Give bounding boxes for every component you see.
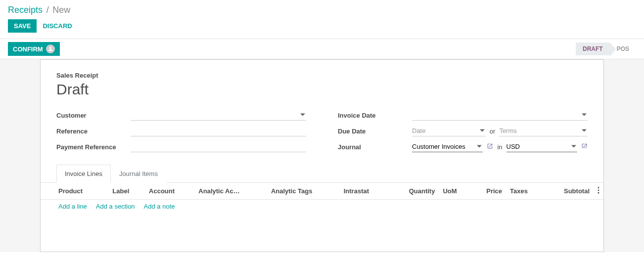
th-subtotal: Subtotal [544, 183, 594, 200]
reference-label: Reference [56, 128, 131, 135]
customer-label: Customer [56, 112, 131, 119]
add-note-link[interactable]: Add a note [144, 203, 175, 210]
due-date-input[interactable] [412, 126, 486, 136]
action-bar: Save Discard [0, 17, 644, 39]
status-step-posted[interactable]: Pos [610, 43, 636, 55]
sheet-title-label: Sales Receipt [56, 72, 588, 79]
th-quantity: Quantity [389, 183, 439, 200]
breadcrumb-root[interactable]: Receipts [8, 5, 43, 15]
confirm-button[interactable]: Confirm [8, 42, 60, 56]
th-product: Product [41, 183, 108, 200]
external-link-icon[interactable] [581, 143, 588, 151]
external-link-icon[interactable] [487, 143, 493, 151]
th-intrastat: Intrastat [340, 183, 389, 200]
th-price: Price [471, 183, 506, 200]
payment-reference-input[interactable] [131, 141, 306, 152]
th-uom: UoM [439, 183, 471, 200]
table-add-row: Add a line Add a section Add a note [41, 200, 603, 214]
invoice-date-input[interactable] [412, 110, 588, 121]
journal-label: Journal [338, 143, 412, 151]
th-analytic-tags: Analytic Tags [267, 183, 340, 200]
svg-point-1 [598, 190, 599, 191]
column-menu-icon[interactable] [594, 183, 603, 200]
th-analytic-acc: Analytic Ac… [194, 183, 267, 200]
confirm-label: Confirm [13, 45, 43, 53]
form-sheet: Sales Receipt Draft Customer Reference P… [40, 59, 604, 252]
due-date-label: Due Date [338, 128, 412, 135]
customer-input[interactable] [131, 110, 306, 121]
svg-point-2 [598, 192, 599, 194]
sheet-title: Draft [56, 81, 588, 98]
terms-input[interactable] [499, 126, 588, 136]
save-button[interactable]: Save [8, 19, 37, 33]
th-label: Label [108, 183, 145, 200]
journal-in: in [497, 143, 502, 151]
add-section-link[interactable]: Add a section [96, 203, 135, 210]
status-step-draft[interactable]: Draft [576, 43, 610, 55]
breadcrumb: Receipts / New [0, 0, 644, 17]
invoice-lines-table: Product Label Account Analytic Ac… Analy… [41, 183, 603, 213]
status-bar: Confirm Draft Pos [0, 39, 644, 59]
reference-input[interactable] [131, 126, 306, 136]
breadcrumb-current: New [52, 5, 70, 15]
tabs: Invoice Lines Journal Items [41, 164, 603, 183]
payment-reference-label: Payment Reference [56, 143, 131, 151]
due-date-or: or [490, 128, 496, 135]
user-avatar-icon [46, 44, 55, 53]
th-account: Account [145, 183, 194, 200]
th-taxes: Taxes [506, 183, 544, 200]
invoice-date-label: Invoice Date [338, 112, 412, 119]
status-steps: Draft Pos [576, 43, 636, 55]
discard-button[interactable]: Discard [43, 22, 72, 30]
breadcrumb-sep: / [46, 5, 49, 15]
journal-input[interactable] [412, 141, 483, 152]
svg-point-0 [598, 187, 599, 188]
add-line-link[interactable]: Add a line [58, 203, 87, 210]
currency-input[interactable] [506, 141, 577, 152]
tab-invoice-lines[interactable]: Invoice Lines [56, 165, 111, 183]
tab-journal-items[interactable]: Journal Items [111, 165, 166, 183]
